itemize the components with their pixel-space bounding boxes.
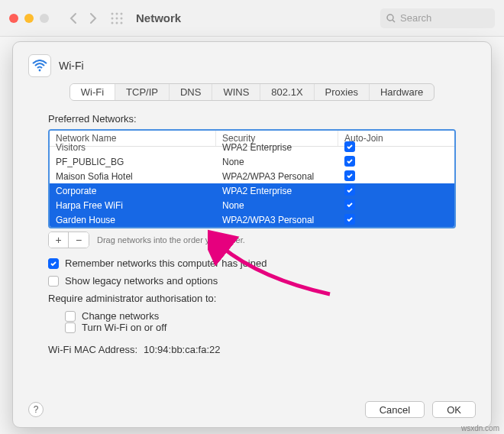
settings-sheet: Wi-Fi Wi-FiTCP/IPDNSWINS802.1XProxiesHar… — [12, 41, 492, 428]
turn-wifi-checkbox[interactable] — [65, 322, 76, 333]
table-row[interactable]: PF_PUBLIC_BGNone — [50, 154, 454, 169]
tab-hardware[interactable]: Hardware — [370, 84, 434, 100]
table-row[interactable]: VisitorsWPA2 Enterprise — [50, 140, 454, 154]
tab-bar: Wi-FiTCP/IPDNSWINS802.1XProxiesHardware — [28, 83, 476, 101]
tab-wi-fi[interactable]: Wi-Fi — [70, 84, 115, 100]
remove-network-button[interactable]: − — [69, 232, 89, 248]
tab-dns[interactable]: DNS — [170, 84, 212, 100]
network-security: WPA2 Enterprise — [216, 183, 338, 199]
auto-join-cell — [338, 197, 454, 213]
legacy-networks-label: Show legacy networks and options — [65, 275, 218, 287]
svg-point-7 — [116, 21, 118, 24]
traffic-lights — [9, 14, 49, 23]
admin-auth-label: Require administrator authorisation to: — [48, 293, 456, 304]
change-networks-option[interactable]: Change networks — [48, 310, 456, 322]
legacy-networks-option[interactable]: Show legacy networks and options — [48, 275, 456, 287]
mac-address-row: Wi-Fi MAC Address: 10:94:bb:ca:fa:22 — [48, 344, 456, 355]
add-remove-group: + − — [48, 232, 89, 248]
change-networks-checkbox[interactable] — [65, 311, 76, 322]
network-security: WPA2/WPA3 Personal — [216, 212, 338, 228]
network-name: Garden House — [50, 212, 216, 228]
table-controls: + − Drag networks into the order you pre… — [48, 232, 456, 248]
network-name: Harpa Free WiFi — [50, 198, 216, 213]
change-networks-label: Change networks — [82, 310, 159, 322]
remember-networks-label: Remember networks this computer has join… — [65, 257, 267, 269]
legacy-networks-checkbox[interactable] — [48, 276, 59, 287]
cancel-button[interactable]: Cancel — [365, 401, 425, 418]
svg-point-0 — [111, 12, 114, 15]
auto-join-checkbox[interactable] — [344, 199, 355, 210]
network-name: Maison Sofia Hotel — [50, 169, 216, 184]
svg-point-4 — [116, 17, 118, 19]
table-row[interactable]: CorporateWPA2 Enterprise — [50, 183, 454, 198]
auto-join-cell — [338, 212, 454, 228]
preferred-networks-table: Network Name Security Auto-Join Visitors… — [48, 129, 456, 228]
turn-wifi-option[interactable]: Turn Wi-Fi on or off — [48, 322, 456, 333]
wifi-icon — [28, 54, 51, 77]
search-placeholder: Search — [400, 12, 431, 24]
search-input[interactable]: Search — [380, 8, 495, 28]
sheet-title: Wi-Fi — [59, 60, 84, 72]
auto-join-checkbox[interactable] — [344, 185, 355, 196]
tab-tcp-ip[interactable]: TCP/IP — [115, 84, 170, 100]
close-window-button[interactable] — [9, 14, 18, 23]
auto-join-cell — [338, 154, 454, 170]
network-security: None — [216, 154, 338, 170]
tab-802-1x[interactable]: 802.1X — [260, 84, 314, 100]
svg-point-11 — [39, 70, 41, 72]
auto-join-checkbox[interactable] — [344, 170, 355, 181]
window-title: Network — [136, 11, 181, 24]
network-name: PF_PUBLIC_BG — [50, 154, 216, 170]
svg-line-10 — [393, 20, 395, 22]
preferred-networks-label: Preferred Networks: — [48, 113, 456, 125]
svg-point-9 — [387, 15, 393, 21]
svg-point-3 — [111, 17, 114, 19]
remember-networks-option[interactable]: Remember networks this computer has join… — [48, 257, 456, 269]
zoom-window-button — [40, 14, 49, 23]
network-security: WPA2 Enterprise — [216, 140, 338, 155]
network-security: None — [216, 198, 338, 213]
watermark: wsxdn.com — [461, 424, 499, 432]
mac-address-value: 10:94:bb:ca:fa:22 — [144, 344, 220, 355]
remember-networks-checkbox[interactable] — [48, 258, 59, 269]
svg-point-1 — [116, 12, 118, 15]
mac-address-label: Wi-Fi MAC Address: — [48, 344, 137, 355]
network-security: WPA2/WPA3 Personal — [216, 169, 338, 184]
network-name: Visitors — [50, 140, 216, 155]
ok-button[interactable]: OK — [432, 401, 476, 418]
window-toolbar: Network Search — [0, 0, 504, 37]
svg-point-8 — [121, 21, 123, 24]
tab-wins[interactable]: WINS — [212, 84, 260, 100]
minimize-window-button[interactable] — [24, 14, 34, 23]
tab-proxies[interactable]: Proxies — [315, 84, 370, 100]
sheet-header: Wi-Fi — [28, 54, 476, 77]
back-button[interactable] — [63, 8, 82, 28]
drag-hint: Drag networks into the order you prefer. — [97, 235, 245, 245]
turn-wifi-label: Turn Wi-Fi on or off — [82, 322, 166, 333]
table-row[interactable]: Garden HouseWPA2/WPA3 Personal — [50, 212, 454, 227]
show-all-icon[interactable] — [107, 8, 127, 28]
auto-join-checkbox[interactable] — [344, 156, 355, 167]
search-icon — [386, 14, 396, 23]
help-button[interactable]: ? — [28, 402, 44, 417]
svg-point-5 — [121, 17, 123, 19]
sheet-footer: ? Cancel OK — [28, 401, 476, 418]
table-row[interactable]: Harpa Free WiFiNone — [50, 198, 454, 212]
forward-button — [82, 8, 102, 28]
add-network-button[interactable]: + — [49, 232, 69, 248]
svg-point-6 — [111, 21, 114, 24]
svg-point-2 — [121, 12, 123, 15]
auto-join-cell — [338, 168, 454, 184]
auto-join-checkbox[interactable] — [344, 214, 355, 225]
table-row[interactable]: Maison Sofia HotelWPA2/WPA3 Personal — [50, 169, 454, 183]
network-name: Corporate — [50, 183, 216, 199]
auto-join-cell — [338, 183, 454, 199]
auto-join-checkbox[interactable] — [344, 141, 355, 152]
auto-join-cell — [338, 139, 454, 155]
